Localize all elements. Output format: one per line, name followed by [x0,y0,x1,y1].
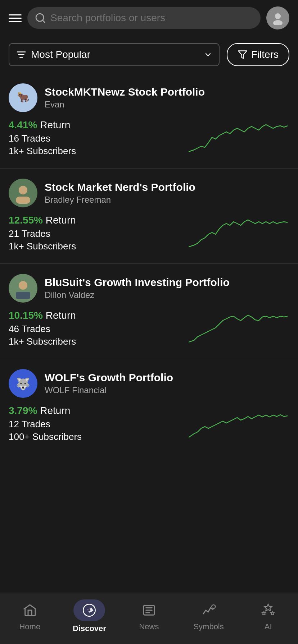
filters-button[interactable]: Filters [227,43,289,66]
filter-icon [238,50,248,60]
nav-label-home: Home [19,622,40,631]
portfolio-stats-4: 3.79% Return 12 Trades 100+ Subscribers [9,405,181,444]
trades-3: 46 Trades [9,323,181,335]
bottom-nav: Home Discover News [0,593,298,644]
nav-label-symbols: Symbols [193,622,224,631]
subscribers-2: 1k+ Subscribers [9,241,181,252]
return-pct-4: 3.79% [9,405,37,416]
user-avatar[interactable] [266,6,289,29]
chevron-down-icon [204,50,212,59]
nav-item-discover[interactable]: Discover [68,599,111,633]
portfolio-name-2: Stock Market Nerd's Portfolio [45,181,195,193]
svg-point-1 [275,13,281,19]
svg-rect-10 [16,292,30,299]
svg-point-6 [19,186,27,194]
return-label-4: Return [40,405,70,416]
svg-point-9 [19,281,27,290]
trades-1: 16 Trades [9,133,181,144]
portfolio-stats-1: 4.41% Return 16 Trades 1k+ Subscribers [9,119,181,158]
return-label-2: Return [46,215,76,226]
portfolio-name-3: BluSuit's Growth Investing Portfolio [45,276,230,289]
news-icon [140,601,158,619]
portfolio-card-3[interactable]: BluSuit's Growth Investing Portfolio Dil… [0,264,298,359]
portfolio-info-3: BluSuit's Growth Investing Portfolio Dil… [45,276,230,300]
menu-button[interactable] [9,14,22,22]
svg-rect-7 [16,197,30,204]
nav-label-news: News [139,622,159,631]
portfolio-avatar-1: 🐂 [9,83,37,112]
svg-point-2 [273,20,283,25]
portfolio-info-4: WOLF's Growth Portfolio WOLF Financial [45,372,173,395]
nav-label-discover: Discover [73,624,106,633]
svg-text:🐺: 🐺 [16,377,30,391]
nav-label-ai: AI [265,622,272,631]
portfolio-avatar-4: 🐺 [9,369,37,398]
sort-icon [16,49,27,60]
portfolio-name-4: WOLF's Growth Portfolio [45,372,173,384]
return-label-1: Return [40,119,70,130]
portfolio-card-2[interactable]: Stock Market Nerd's Portfolio Bradley Fr… [0,169,298,264]
portfolio-list: 🐂 StockMKTNewz Stock Portfolio Evan 4.41… [0,73,298,454]
portfolio-user-1: Evan [45,100,205,110]
chart-1 [189,119,289,155]
return-label-3: Return [46,310,76,321]
sort-dropdown[interactable]: Most Popular [9,43,220,66]
subscribers-1: 1k+ Subscribers [9,146,181,157]
sort-label: Most Popular [31,49,199,60]
subscribers-3: 1k+ Subscribers [9,336,181,347]
search-input[interactable] [50,12,253,24]
portfolio-avatar-2 [9,179,37,207]
filter-bar: Most Popular Filters [0,36,298,73]
portfolio-card-1[interactable]: 🐂 StockMKTNewz Stock Portfolio Evan 4.41… [0,73,298,169]
portfolio-stats-3: 10.15% Return 46 Trades 1k+ Subscribers [9,310,181,349]
chart-3 [189,310,289,346]
nav-item-symbols[interactable]: Symbols [187,601,230,631]
subscribers-4: 100+ Subscribers [9,431,181,442]
portfolio-user-2: Bradley Freeman [45,195,195,205]
ai-icon [259,601,277,619]
portfolio-name-1: StockMKTNewz Stock Portfolio [45,86,205,98]
nav-item-ai[interactable]: AI [247,601,290,631]
portfolio-avatar-3 [9,274,37,303]
portfolio-info-1: StockMKTNewz Stock Portfolio Evan [45,86,205,110]
portfolio-stats-2: 12.55% Return 21 Trades 1k+ Subscribers [9,215,181,253]
return-pct-2: 12.55% [9,215,43,226]
portfolio-card-4[interactable]: 🐺 WOLF's Growth Portfolio WOLF Financial… [0,359,298,454]
return-pct-3: 10.15% [9,310,43,321]
chart-4 [189,405,289,441]
chart-2 [189,215,289,250]
nav-item-home[interactable]: Home [8,601,51,631]
nav-item-news[interactable]: News [127,601,171,631]
svg-point-15 [88,609,91,612]
svg-text:🐂: 🐂 [17,91,30,103]
home-icon [21,601,39,619]
discover-icon-bg [73,599,105,621]
portfolio-user-3: Dillon Valdez [45,290,230,300]
nav-spacer [0,454,298,505]
return-pct-1: 4.41% [9,119,37,130]
symbols-icon [200,601,218,619]
header [0,0,298,36]
search-bar[interactable] [27,7,261,29]
portfolio-info-2: Stock Market Nerd's Portfolio Bradley Fr… [45,181,195,205]
trades-2: 21 Trades [9,228,181,239]
portfolio-user-4: WOLF Financial [45,385,173,395]
search-icon [35,12,46,24]
filter-label: Filters [251,49,279,60]
trades-4: 12 Trades [9,419,181,430]
